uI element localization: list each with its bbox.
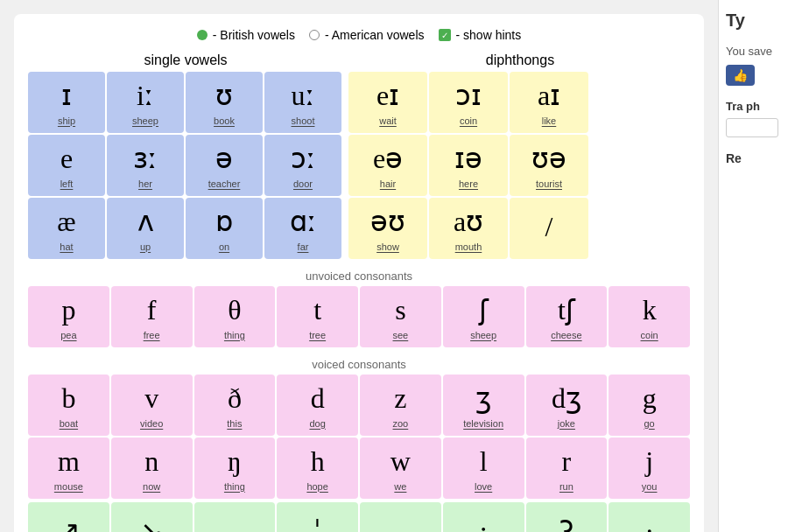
voiced-cell[interactable]: llove	[443, 438, 524, 499]
unvoiced-cell[interactable]: ssee	[360, 286, 441, 347]
semivowel-cell[interactable]: :	[443, 502, 524, 532]
related-section: Re	[726, 151, 781, 165]
vowel-cell[interactable]: æhat	[28, 198, 105, 259]
semivowel-cell[interactable]: .	[194, 502, 276, 532]
american-vowels-legend[interactable]: - American vowels	[309, 28, 425, 42]
vowel-cell[interactable]: ɑːfar	[264, 198, 341, 259]
translate-input[interactable]	[726, 118, 778, 137]
right-panel-title: Ty	[726, 10, 781, 31]
voiced-cell[interactable]: ggo	[609, 374, 690, 436]
vowel-cell[interactable]: ɔːdoor	[264, 135, 341, 196]
voiced-cell[interactable]: nnow	[111, 438, 193, 499]
vowel-cell[interactable]: ɪship	[28, 72, 105, 133]
right-panel: Ty You save 👍 Tra ph Re	[718, 0, 788, 532]
voiced-cell[interactable]: rrun	[526, 438, 608, 499]
semivowel-cell[interactable]: ↘	[111, 502, 193, 532]
semivowel-cell[interactable]: ˌ	[360, 502, 441, 532]
semivowel-cell[interactable]: ↗	[28, 502, 109, 532]
vowel-cell[interactable]: eleft	[28, 135, 105, 196]
vowel-cell[interactable]: iːsheep	[107, 72, 184, 133]
hints-legend[interactable]: ✓ - show hints	[439, 28, 522, 42]
unvoiced-cell[interactable]: ʃsheep	[443, 286, 524, 347]
diphthong-cell[interactable]: /	[510, 198, 588, 259]
diphthong-cell[interactable]: ɔɪcoin	[429, 72, 508, 133]
thumbs-up-icon: 👍	[733, 68, 748, 82]
unvoiced-cell[interactable]: kcoin	[609, 286, 690, 347]
voiced-grid: bboatvvideoðthisddogzzooʒtelevisiondʒjok…	[28, 374, 690, 499]
voiced-cell[interactable]: zzoo	[360, 374, 441, 436]
british-vowels-legend[interactable]: - British vowels	[197, 28, 295, 42]
diphthong-cell[interactable]: əʊshow	[348, 198, 427, 259]
british-dot	[197, 30, 208, 40]
diphthong-cell[interactable]: ʊətourist	[510, 135, 588, 196]
vowels-section: ɪshipiːsheepʊbookuːshooteleftɜːherəteach…	[28, 72, 690, 259]
facebook-button[interactable]: 👍	[726, 65, 755, 86]
voiced-cell[interactable]: wwe	[360, 438, 441, 499]
semivowel-cell[interactable]: ·	[609, 502, 690, 532]
legend: - British vowels - American vowels ✓ - s…	[28, 28, 690, 42]
voiced-cell[interactable]: bboat	[28, 374, 109, 436]
diphthong-cell[interactable]: eɪwait	[348, 72, 427, 133]
unvoiced-cell[interactable]: θthing	[194, 286, 276, 347]
phonetics-table: - British vowels - American vowels ✓ - s…	[14, 14, 704, 532]
semivowel-cell[interactable]: ˈ	[277, 502, 358, 532]
voiced-cell[interactable]: ddog	[277, 374, 358, 436]
diphthong-cell[interactable]: aɪlike	[510, 72, 588, 133]
american-dot	[309, 30, 320, 40]
diphthongs-header: diphthongs	[350, 52, 690, 68]
unvoiced-label: unvoiced consonants	[28, 266, 690, 286]
semivowel-cell[interactable]: ʔ	[526, 502, 608, 532]
vowel-cell[interactable]: ʊbook	[186, 72, 263, 133]
voiced-label: voiced consonants	[28, 354, 690, 374]
unvoiced-cell[interactable]: ffree	[111, 286, 193, 347]
voiced-cell[interactable]: hhope	[277, 438, 358, 499]
british-label: - British vowels	[213, 28, 295, 42]
voiced-cell[interactable]: ŋthing	[194, 438, 276, 499]
vowels-grid: ɪshipiːsheepʊbookuːshooteleftɜːherəteach…	[28, 72, 341, 259]
american-label: - American vowels	[325, 28, 425, 42]
you-text: You save 👍	[726, 45, 781, 86]
semivowels-grid: ↗↘.ˈˌ:ʔ·	[28, 502, 690, 532]
single-vowels-header: single vowels	[28, 52, 343, 68]
unvoiced-cell[interactable]: ppea	[28, 286, 109, 347]
unvoiced-cell[interactable]: tʃcheese	[526, 286, 608, 347]
vowel-cell[interactable]: əteacher	[186, 135, 263, 196]
vowel-cell[interactable]: ʌup	[107, 198, 184, 259]
diphthong-cell[interactable]: eəhair	[348, 135, 427, 196]
diphthong-cell[interactable]: ɪəhere	[429, 135, 508, 196]
unvoiced-cell[interactable]: ttree	[277, 286, 358, 347]
voiced-cell[interactable]: jyou	[609, 438, 690, 499]
unvoiced-grid: ppeaffreeθthingttreesseeʃsheeptʃcheesekc…	[28, 286, 690, 347]
hints-label: - show hints	[456, 28, 522, 42]
main-panel: - British vowels - American vowels ✓ - s…	[0, 0, 718, 532]
translate-section: Tra ph	[726, 100, 781, 137]
voiced-cell[interactable]: ʒtelevision	[443, 374, 524, 436]
voiced-cell[interactable]: mmouse	[28, 438, 109, 499]
vowel-cell[interactable]: uːshoot	[264, 72, 341, 133]
voiced-cell[interactable]: ðthis	[194, 374, 276, 436]
vowel-cell[interactable]: ɒon	[186, 198, 263, 259]
voiced-cell[interactable]: dʒjoke	[526, 374, 608, 436]
hints-checkbox[interactable]: ✓	[439, 29, 451, 41]
vowel-cell[interactable]: ɜːher	[107, 135, 184, 196]
diphthongs-grid: eɪwaitɔɪcoinaɪlikeeəhairɪəhereʊətouristə…	[348, 72, 690, 259]
voiced-cell[interactable]: vvideo	[111, 374, 193, 436]
diphthong-cell[interactable]: aʊmouth	[429, 198, 508, 259]
